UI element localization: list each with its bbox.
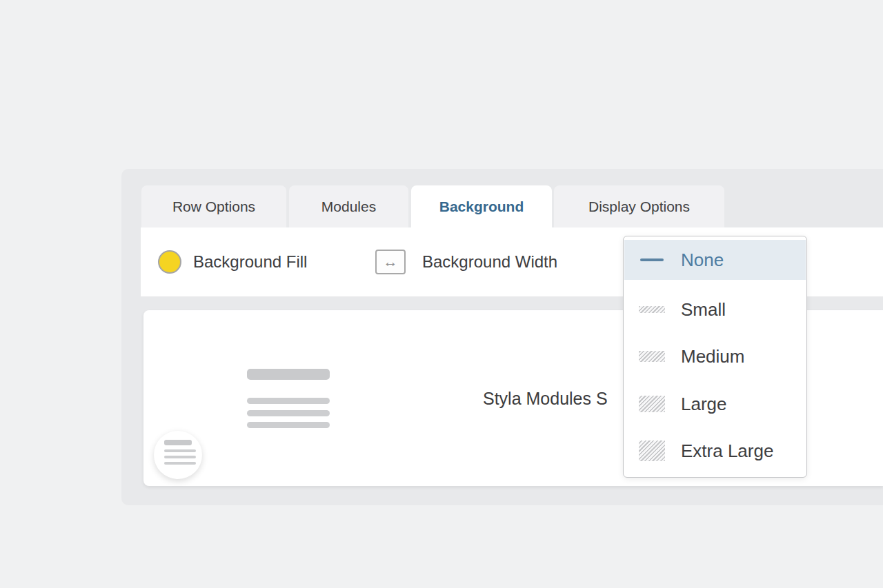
background-width-button[interactable]: Background Width [422, 227, 557, 296]
page: Row Options Modules Background Display O… [0, 0, 883, 588]
drag-handle-lines-icon [164, 440, 192, 445]
hatch-swatch-small-icon [639, 306, 665, 313]
background-width-dropdown: None Small Medium Large Extra Large [623, 236, 807, 478]
dropdown-item-small[interactable]: Small [624, 290, 806, 330]
background-fill-button[interactable]: Background Fill [193, 227, 307, 296]
horizontal-resize-icon[interactable]: ↔ [375, 250, 406, 274]
tab-modules[interactable]: Modules [289, 185, 408, 227]
dropdown-item-large[interactable]: Large [624, 384, 806, 424]
tab-display-options[interactable]: Display Options [554, 185, 724, 227]
placeholder-text-line [247, 410, 330, 416]
module-title-text: Styla Modules S [483, 389, 608, 409]
placeholder-text-line [247, 398, 330, 404]
dash-icon [639, 258, 665, 261]
placeholder-text-line [247, 422, 330, 428]
background-fill-color-icon[interactable] [158, 250, 181, 274]
dropdown-item-medium[interactable]: Medium [624, 336, 806, 376]
placeholder-title-bar [247, 369, 330, 380]
tab-row-options[interactable]: Row Options [141, 185, 286, 227]
hatch-swatch-medium-icon [639, 351, 665, 362]
tab-background[interactable]: Background [411, 185, 552, 227]
dropdown-item-extra-large[interactable]: Extra Large [624, 431, 806, 471]
hatch-swatch-xlarge-icon [639, 440, 665, 461]
row-drag-handle-button[interactable] [154, 431, 202, 479]
dropdown-item-none[interactable]: None [624, 240, 806, 280]
hatch-swatch-large-icon [639, 396, 665, 412]
